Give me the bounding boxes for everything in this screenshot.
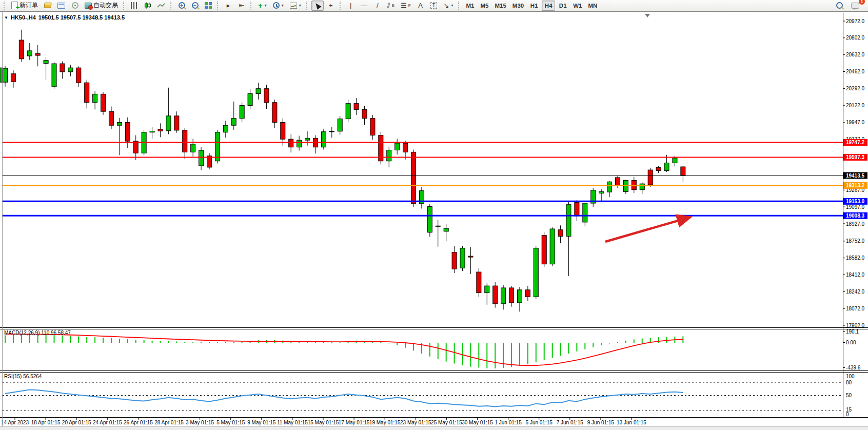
horizontal-level-lines[interactable] bbox=[3, 143, 843, 216]
timeframe-button-h4[interactable]: H4 bbox=[542, 1, 555, 11]
svg-text:19747.2: 19747.2 bbox=[846, 140, 865, 145]
macd-indicator-label: MACD(12,26,9) 110.96 58.47 bbox=[4, 330, 71, 336]
svg-text:18412.0: 18412.0 bbox=[846, 272, 865, 278]
chart-title-ohlc: 19501.5 19507.5 19348.5 19413.5 bbox=[38, 14, 125, 21]
trendline-tool-button[interactable]: / bbox=[371, 1, 384, 11]
candlestick-chart-button[interactable] bbox=[142, 1, 154, 11]
new-order-label: 新订单 bbox=[19, 1, 38, 10]
notifications-button[interactable]: 1 bbox=[849, 1, 862, 11]
timeframe-button-m30[interactable]: M30 bbox=[510, 1, 526, 11]
toolbar-grip bbox=[306, 2, 309, 10]
svg-text:-439.6: -439.6 bbox=[846, 365, 861, 370]
timeframe-button-m15[interactable]: M15 bbox=[492, 1, 508, 11]
svg-text:20462.0: 20462.0 bbox=[846, 69, 865, 74]
arrows-tool-icon: ↘ bbox=[444, 2, 449, 9]
auto-scroll-icon: ▸̲ bbox=[227, 2, 230, 9]
new-order-button[interactable]: 新订单 bbox=[9, 1, 41, 11]
search-button[interactable] bbox=[833, 1, 845, 11]
tile-windows-icon bbox=[205, 2, 212, 9]
svg-text:20 Apr 01:15: 20 Apr 01:15 bbox=[62, 420, 91, 425]
ticket-icon bbox=[44, 3, 52, 8]
bar-chart-button[interactable] bbox=[128, 1, 141, 11]
annotation-arrow[interactable] bbox=[605, 217, 691, 242]
svg-text:1 Jun 01:15: 1 Jun 01:15 bbox=[495, 420, 522, 425]
toolbar-grip bbox=[340, 2, 342, 10]
svg-text:20122.0: 20122.0 bbox=[846, 103, 865, 108]
timeframe-button-h1[interactable]: H1 bbox=[527, 1, 541, 11]
candlesticks bbox=[0, 30, 685, 312]
svg-text:17902.0: 17902.0 bbox=[846, 323, 865, 328]
toolbar: 新订单 自动交易 + − ▸̲ ⇤ +▾ ▾ ▾ + | — / ⫽E ☰F A… bbox=[0, 0, 868, 11]
signals-button[interactable] bbox=[69, 1, 81, 11]
chart-title: ▼ HK50-,H4 19501.5 19507.5 19348.5 19413… bbox=[4, 14, 125, 21]
svg-text:19597.3: 19597.3 bbox=[846, 154, 865, 160]
periods-button[interactable]: ▾ bbox=[270, 1, 286, 11]
cursor-tool-button[interactable] bbox=[311, 1, 324, 11]
toolbar-grip bbox=[458, 2, 461, 10]
macd-panel: 190.10.00-439.6 bbox=[5, 329, 861, 370]
timeframe-button-m5[interactable]: M5 bbox=[478, 1, 491, 11]
fibonacci-icon: ☰ bbox=[401, 2, 407, 9]
vertical-line-tool-button[interactable]: | bbox=[345, 1, 357, 11]
fibonacci-tool-button[interactable]: ☰F bbox=[398, 1, 413, 11]
svg-text:19 May 01:15: 19 May 01:15 bbox=[369, 420, 401, 425]
svg-text:80: 80 bbox=[846, 380, 852, 385]
tile-windows-button[interactable] bbox=[202, 1, 214, 11]
svg-text:19413.5: 19413.5 bbox=[846, 173, 865, 179]
search-icon bbox=[836, 2, 843, 9]
svg-text:30 May 01:15: 30 May 01:15 bbox=[462, 420, 493, 425]
channel-tool-button[interactable]: ⫽E bbox=[385, 1, 397, 11]
timeframe-button-mn[interactable]: MN bbox=[585, 1, 600, 11]
zoom-in-button[interactable]: + bbox=[175, 1, 188, 11]
svg-text:19947.0: 19947.0 bbox=[846, 120, 865, 125]
candlestick-icon bbox=[144, 2, 151, 9]
svg-text:26 Apr 01:15: 26 Apr 01:15 bbox=[124, 420, 153, 425]
template-icon bbox=[290, 3, 297, 9]
crosshair-icon: + bbox=[329, 2, 333, 9]
templates-button[interactable]: ▾ bbox=[287, 1, 304, 11]
horizontal-line-tool-button[interactable]: — bbox=[358, 1, 370, 11]
rsi-panel: 1008050150 bbox=[3, 374, 855, 417]
svg-text:20632.0: 20632.0 bbox=[846, 52, 865, 57]
svg-text:11 May 01:15: 11 May 01:15 bbox=[277, 420, 308, 425]
svg-text:23 May 01:15: 23 May 01:15 bbox=[400, 420, 431, 425]
zoom-out-button[interactable]: − bbox=[189, 1, 201, 11]
timeframe-button-d1[interactable]: D1 bbox=[556, 1, 569, 11]
arrows-tool-button[interactable]: ↘▾ bbox=[441, 1, 456, 11]
rsi-line bbox=[5, 389, 683, 406]
label-tool-button[interactable]: T bbox=[428, 1, 440, 11]
market-watch-button[interactable] bbox=[55, 1, 68, 11]
svg-text:5 May 01:15: 5 May 01:15 bbox=[216, 420, 245, 425]
trade-ticket-button[interactable] bbox=[42, 1, 54, 11]
crosshair-tool-button[interactable]: + bbox=[325, 1, 337, 11]
chart-shift-marker[interactable] bbox=[645, 14, 650, 17]
notification-badge: 1 bbox=[859, 0, 865, 5]
chart-shift-button[interactable]: ⇤ bbox=[235, 1, 248, 11]
timeframe-button-m1[interactable]: M1 bbox=[463, 1, 477, 11]
svg-text:0: 0 bbox=[846, 412, 849, 417]
svg-text:19097.0: 19097.0 bbox=[846, 204, 865, 210]
macd-signal-line bbox=[5, 334, 683, 365]
autotrading-button[interactable]: 自动交易 bbox=[82, 1, 121, 11]
price-axis[interactable]: 20972.020802.020632.020462.020292.020122… bbox=[843, 18, 867, 328]
line-chart-button[interactable] bbox=[155, 1, 168, 11]
auto-scroll-button[interactable]: ▸̲ bbox=[222, 1, 234, 11]
svg-text:20802.0: 20802.0 bbox=[846, 35, 865, 41]
svg-text:25 May 01:15: 25 May 01:15 bbox=[431, 420, 462, 425]
svg-text:28 Apr 01:15: 28 Apr 01:15 bbox=[154, 420, 184, 425]
price-chart[interactable]: 20972.020802.020632.020462.020292.020122… bbox=[0, 12, 868, 430]
timeframe-button-w1[interactable]: W1 bbox=[570, 1, 584, 11]
collapse-triangle-icon[interactable]: ▼ bbox=[4, 15, 8, 20]
time-axis[interactable]: 14 Apr 202318 Apr 01:1520 Apr 01:1524 Ap… bbox=[1, 418, 646, 425]
toolbar-grip bbox=[123, 2, 126, 10]
line-chart-icon bbox=[157, 3, 165, 9]
chat-icon bbox=[851, 3, 859, 9]
toolbar-grip bbox=[170, 2, 173, 10]
trendline-icon: / bbox=[377, 2, 379, 9]
text-tool-button[interactable]: A bbox=[415, 1, 427, 11]
svg-text:13 Jun 01:15: 13 Jun 01:15 bbox=[617, 420, 646, 425]
indicators-icon: + bbox=[258, 2, 263, 9]
indicators-button[interactable]: +▾ bbox=[255, 1, 269, 11]
status-bar bbox=[0, 426, 868, 430]
rsi-indicator-label: RSI(15) 56.5264 bbox=[4, 374, 42, 379]
